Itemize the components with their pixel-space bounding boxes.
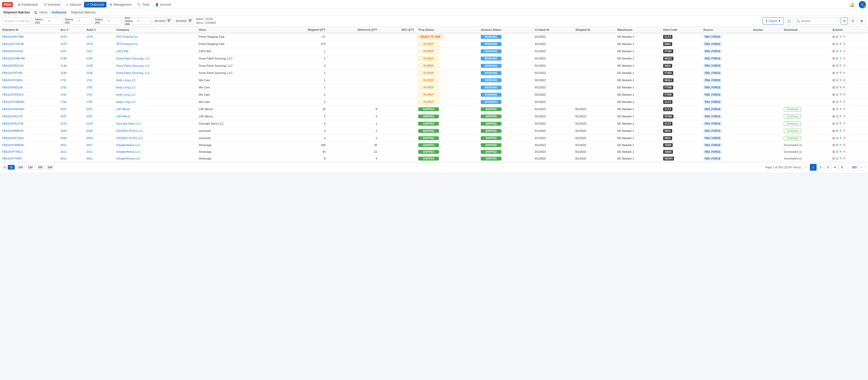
- suite-link[interactable]: 2034: [86, 137, 92, 140]
- col-store[interactable]: Store: [196, 27, 279, 33]
- suite-link[interactable]: 2034: [86, 129, 92, 133]
- edit-icon[interactable]: ✎: [839, 129, 842, 133]
- acc-link[interactable]: 2011: [60, 144, 67, 147]
- copy-icon[interactable]: ⧉: [836, 122, 838, 125]
- company-link[interactable]: Andy Long LLC: [116, 100, 135, 104]
- download-button[interactable]: Download: [784, 121, 801, 126]
- col-suite[interactable]: Suite #: [84, 27, 114, 33]
- nav-item-inventory[interactable]: ☰ Inventory: [41, 2, 63, 7]
- suite-link[interactable]: 2146: [86, 57, 92, 60]
- suite-link[interactable]: 1579: [86, 42, 92, 46]
- edit-icon[interactable]: ✎: [839, 49, 842, 53]
- delete-icon[interactable]: ✕: [843, 115, 845, 118]
- copy-icon[interactable]: ⧉: [836, 35, 838, 38]
- shipment-id-link[interactable]: FBA16VFCMDB3: [2, 100, 24, 104]
- delete-icon[interactable]: ✕: [843, 150, 845, 153]
- col-prep-status[interactable]: Prep Status: [416, 27, 479, 33]
- company-link[interactable]: Andy Long LLC: [116, 93, 135, 96]
- delete-icon[interactable]: ✕: [843, 42, 845, 46]
- company-link[interactable]: ZSOADS PICKS LLC: [116, 129, 143, 133]
- col-actions[interactable]: Actions: [830, 27, 868, 33]
- export-button[interactable]: ⬇ Export ▼: [763, 17, 784, 25]
- notification-bell[interactable]: 🔔: [848, 1, 856, 8]
- company-link[interactable]: Snow Patch Sourcing, LLC: [116, 57, 150, 60]
- edit-icon[interactable]: ✎: [839, 71, 842, 75]
- edit-icon[interactable]: ✎: [839, 157, 842, 160]
- date-from-input[interactable]: 8/1/2022 📅: [153, 17, 173, 25]
- page-next[interactable]: ›: [858, 164, 865, 171]
- grid-icon[interactable]: ⊞: [832, 42, 835, 46]
- col-invoice[interactable]: Invoice: [751, 27, 782, 33]
- company-link[interactable]: JPS Products Inc: [116, 35, 138, 38]
- grid-icon[interactable]: ⊞: [832, 122, 835, 125]
- acc-link[interactable]: 2037: [60, 108, 67, 111]
- page-size-150[interactable]: 150: [26, 165, 34, 170]
- edit-icon[interactable]: ✎: [839, 78, 842, 82]
- acc-link[interactable]: 2146: [60, 57, 67, 60]
- suite-link[interactable]: 1579: [86, 35, 92, 38]
- suite-link[interactable]: 2011: [86, 157, 92, 160]
- edit-icon[interactable]: ✎: [839, 143, 842, 147]
- copy-icon[interactable]: ⧉: [836, 42, 838, 46]
- acc-link[interactable]: 1579: [60, 35, 67, 38]
- shipment-id-link[interactable]: FBA16VFBZ276: [2, 115, 23, 118]
- download-button[interactable]: Download: [784, 129, 801, 133]
- nav-item-outbound[interactable]: ↗ Outbound: [84, 2, 106, 7]
- page-3[interactable]: 3: [824, 164, 831, 171]
- copy-icon[interactable]: ⧉: [836, 129, 838, 133]
- company-link[interactable]: SneakerArena LLC: [116, 157, 140, 160]
- copy-icon[interactable]: ⧉: [836, 115, 838, 118]
- nav-item-inbound[interactable]: ↙ Inbound: [64, 2, 84, 7]
- shipment-id-link[interactable]: FBA16VFD4XC0: [2, 93, 24, 96]
- grid-icon[interactable]: ⊞: [832, 57, 835, 60]
- copy-icon[interactable]: ⧉: [836, 49, 838, 53]
- shipment-id-link[interactable]: FBA16VFFS891: [2, 79, 23, 82]
- date-to-input[interactable]: 9/2/2022 📅: [174, 17, 194, 25]
- grid-icon[interactable]: ⊞: [832, 107, 835, 111]
- grid-icon[interactable]: ⊞: [832, 115, 835, 118]
- company-link[interactable]: JPS Products Inc: [116, 42, 138, 46]
- shipment-id-link[interactable]: FBA16VF8L5TM: [2, 122, 23, 125]
- download-button[interactable]: Download: [784, 107, 801, 111]
- suite-link[interactable]: 2037: [86, 115, 92, 118]
- shipment-id-link[interactable]: FBA16VFDSS41: [2, 50, 24, 53]
- add-button[interactable]: +: [841, 17, 848, 25]
- page-size-500[interactable]: 500: [46, 165, 54, 170]
- delete-icon[interactable]: ✕: [843, 64, 845, 67]
- suite-link[interactable]: 2124: [86, 122, 92, 125]
- col-created-at[interactable]: Created At: [533, 27, 573, 33]
- delete-icon[interactable]: ✕: [843, 71, 845, 75]
- delete-icon[interactable]: ✕: [843, 86, 845, 89]
- nav-item-management[interactable]: ⚙ Management: [107, 2, 134, 7]
- delete-icon[interactable]: ✕: [843, 78, 845, 82]
- acc-link[interactable]: 2146: [60, 71, 67, 75]
- grid-icon[interactable]: ⊞: [832, 35, 835, 38]
- acc-link[interactable]: 2034: [60, 129, 67, 133]
- copy-icon[interactable]: ⧉: [836, 150, 838, 153]
- shipment-id-link[interactable]: FBA16VF99B0W: [2, 144, 24, 147]
- edit-icon[interactable]: ✎: [839, 150, 842, 153]
- suite-link[interactable]: 2011: [86, 144, 92, 147]
- col-sku-qty[interactable]: SKU QTY: [379, 27, 416, 33]
- delete-icon[interactable]: ✕: [843, 100, 845, 104]
- acc-link[interactable]: 2011: [60, 157, 67, 160]
- col-source[interactable]: Source: [701, 27, 751, 33]
- copy-icon[interactable]: ⧉: [836, 93, 838, 96]
- col-acc[interactable]: Acc #: [58, 27, 85, 33]
- copy-icon[interactable]: ⧉: [836, 57, 838, 60]
- select-all-filter[interactable]: Select (All) ▼: [33, 17, 61, 25]
- acc-link[interactable]: 2011: [60, 150, 67, 153]
- company-link[interactable]: Andy Long LLC: [116, 86, 135, 89]
- download-button[interactable]: Download: [784, 114, 801, 119]
- edit-icon[interactable]: ✎: [839, 122, 842, 125]
- col-delivered-qty[interactable]: Delivered QTY: [328, 27, 379, 33]
- delete-icon[interactable]: ✕: [843, 93, 845, 96]
- grid-icon[interactable]: ⊞: [832, 64, 835, 67]
- edit-icon[interactable]: ✎: [839, 136, 842, 140]
- delete-icon[interactable]: ✕: [843, 57, 845, 60]
- acc-link[interactable]: 1761: [60, 86, 67, 89]
- delete-icon[interactable]: ✕: [843, 35, 845, 38]
- suite-link[interactable]: 2146: [86, 64, 92, 67]
- acc-link[interactable]: 2107: [60, 50, 67, 53]
- suite-link[interactable]: 2107: [86, 50, 92, 53]
